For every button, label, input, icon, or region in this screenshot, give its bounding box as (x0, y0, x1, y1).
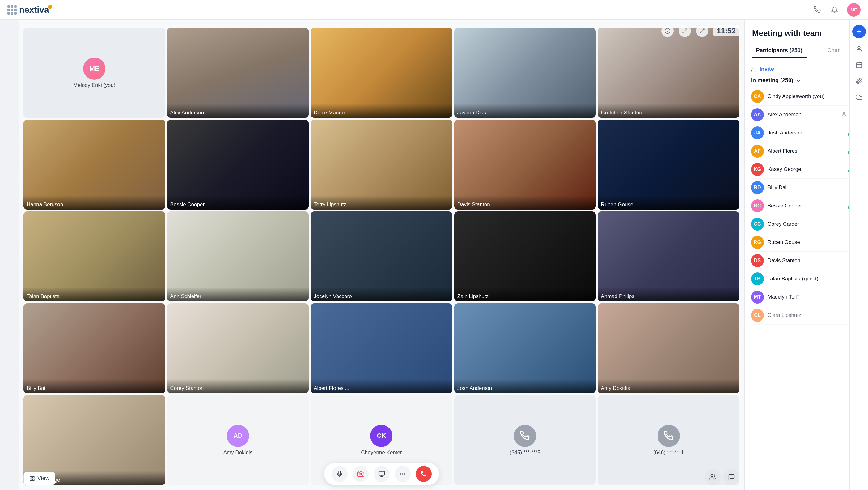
talan-name: Talan Baptista (24, 287, 165, 301)
coreyc-p-name: Corey Carder (768, 221, 845, 227)
video-tile-josh: Josh Anderson (454, 303, 596, 393)
video-tile-albert: Albert Flores ... (311, 303, 453, 393)
participant-row-davis: DS Davis Stanton ⋮ (751, 252, 862, 270)
ciara-avatar: CL (751, 309, 764, 322)
video-tile-ahmad: Ahmad Philips (598, 211, 740, 301)
svg-rect-34 (856, 63, 862, 68)
main-content: 11:52 ME Melody Enki (you) Alex Anderson (19, 20, 868, 490)
add-button[interactable] (852, 25, 866, 38)
video-area: 11:52 ME Melody Enki (you) Alex Anderson (19, 20, 744, 490)
participant-row-ruben: RG Ruben Gouse ⋮ (751, 234, 862, 252)
video-tile-gretchen: Gretchen Stanton (598, 28, 740, 118)
ruben-avatar: RG (751, 236, 764, 249)
user-avatar[interactable]: ME (847, 3, 861, 17)
talan-p-name: Talan Baptista (guest) (768, 276, 845, 282)
cloud-icon[interactable] (854, 92, 865, 103)
svg-point-20 (400, 473, 401, 474)
coreyc-avatar: CC (751, 218, 764, 231)
ann-name: Ann Schleifer (167, 287, 309, 301)
share-button[interactable] (374, 466, 390, 482)
apps-grid-icon[interactable] (7, 5, 17, 14)
video-tile-jaydon: Jaydon Dias (454, 28, 596, 118)
tab-participants[interactable]: Participants (250) (752, 44, 807, 58)
video-tile-alex: Alex Anderson (167, 28, 309, 118)
svg-line-4 (683, 32, 684, 33)
nav-icons: ME (812, 3, 861, 17)
mic-button[interactable] (332, 466, 348, 482)
svg-point-19 (404, 473, 405, 474)
end-call-button[interactable] (415, 466, 432, 482)
svg-line-5 (702, 29, 704, 30)
josh-p-name: Josh Anderson (768, 130, 844, 136)
video-tile-amy-no: AD Amy Dokidis (167, 395, 309, 485)
participant-row-cindy: CA Cindy Applesworth (you) 👤 (751, 88, 862, 106)
meeting-controls-bar (324, 463, 439, 485)
video-top-controls: 11:52 (661, 25, 740, 37)
participant-row-billy: BD Billy Dai ⋮ (751, 179, 862, 197)
video-tile-jocelyn: Jocelyn Vaccaro (311, 211, 453, 301)
dulce-name: Dulce Mango (311, 103, 453, 118)
amy-no-name: Amy Dokidis (223, 450, 252, 456)
svg-point-27 (843, 112, 844, 114)
participants-toggle-button[interactable] (705, 469, 721, 485)
melody-initials: ME (89, 65, 99, 73)
svg-point-22 (752, 67, 754, 69)
view-button[interactable]: View (24, 472, 55, 485)
phone2-number: (646) ***-***1 (653, 450, 684, 456)
davis-p-name: Davis Stanton (768, 257, 845, 264)
cindy-name: Cindy Applesworth (you) (768, 93, 844, 99)
in-meeting-label: In meeting (250) (751, 77, 793, 84)
svg-line-6 (700, 32, 702, 33)
madelyn-avatar: MT (751, 290, 764, 304)
participant-row-kasey: KG Kasey George ⋮ (751, 160, 862, 179)
participant-row-josh: JA Josh Anderson ⋮ (751, 124, 862, 142)
svg-rect-7 (30, 477, 32, 478)
svg-rect-8 (33, 477, 34, 478)
participant-row-ciara: CL Ciara Lipshutz ⋮ (751, 306, 862, 325)
alex-p-name: Alex Anderson (768, 112, 838, 118)
info-button[interactable] (661, 25, 674, 37)
in-meeting-header[interactable]: In meeting (250) (751, 77, 862, 84)
right-bottom-controls (705, 469, 740, 485)
invite-button[interactable]: Invite (751, 63, 774, 75)
phone-icon[interactable] (812, 5, 822, 15)
attachment-icon[interactable] (854, 75, 865, 87)
calendar-icon[interactable] (854, 59, 865, 70)
ciara-p-name: Ciara Lipshutz (768, 312, 845, 318)
svg-rect-15 (378, 471, 384, 476)
gretchen-name: Gretchen Stanton (598, 103, 740, 118)
video-tile-phone1: (345) ***-***5 (454, 395, 596, 485)
participant-row-alex: AA Alex Anderson ⋮ (751, 106, 862, 124)
davis-avatar: DS (751, 254, 764, 267)
more-button[interactable] (395, 466, 411, 482)
chat-toggle-button[interactable] (723, 469, 740, 485)
svg-rect-9 (30, 479, 32, 481)
contact-icon[interactable] (854, 43, 865, 54)
billy-name: Billy Bai (24, 379, 165, 393)
video-tile-hanna: Hanna Bergson (24, 120, 165, 210)
terry-name: Terry Lipshutz (311, 195, 453, 210)
panel-tabs: Participants (250) Chat (752, 44, 861, 58)
brand-name: nextiva (19, 5, 49, 15)
corey-name: Corey Stanton (167, 379, 309, 393)
video-tile-bessie: Bessie Cooper (167, 120, 309, 210)
fullscreen-button[interactable] (696, 25, 708, 37)
notifications-icon[interactable] (830, 5, 840, 15)
bessie-p-name: Bessie Cooper (768, 203, 844, 209)
zain-name: Zain Lipshutz (454, 287, 596, 301)
albert-name: Albert Flores ... (311, 379, 453, 393)
hanna-name: Hanna Bergson (24, 195, 165, 210)
albert-avatar: AF (751, 145, 764, 158)
josh-avatar: JA (751, 126, 764, 140)
logo: nextiva (7, 5, 54, 15)
phone1-number: (345) ***-***5 (509, 450, 540, 456)
minimize-button[interactable] (679, 25, 691, 37)
far-right-rail (849, 20, 868, 490)
participant-row-corey-c: CC Corey Carder ⋮ (751, 215, 862, 234)
participant-row-bessie: BC Bessie Cooper ⋮ (751, 197, 862, 215)
panel-title: Meeting with team (752, 28, 861, 38)
video-tile-ann: Ann Schleifer (167, 211, 309, 301)
albert-p-name: Albert Flores (768, 148, 844, 154)
video-tile-melody: ME Melody Enki (you) (24, 28, 165, 118)
camera-button[interactable] (352, 466, 369, 482)
